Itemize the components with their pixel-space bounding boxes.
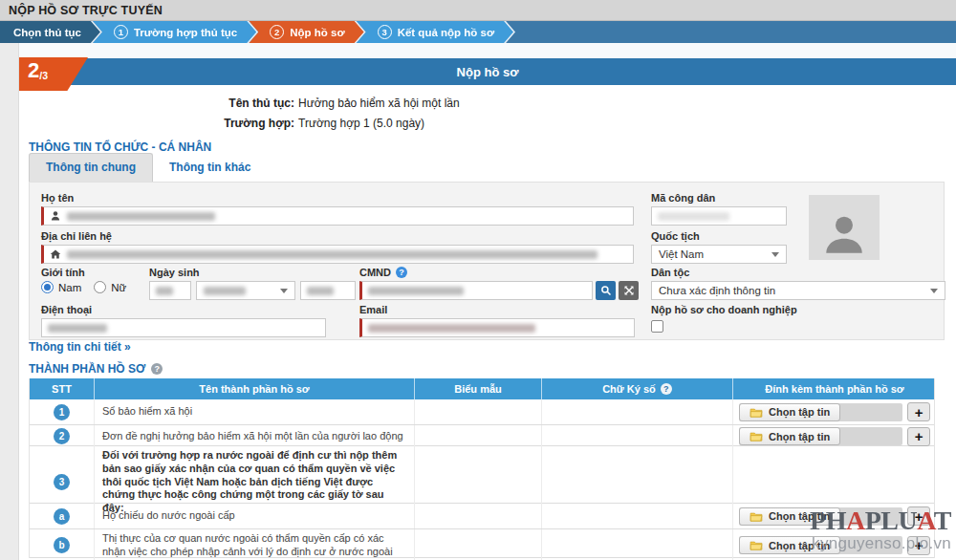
quoc-tich-select[interactable]: Việt Nam [651, 245, 787, 264]
attach-cell: Chọn tập tin + [732, 504, 936, 528]
step-total: /3 [39, 70, 48, 81]
left-gutter [0, 43, 19, 560]
stt-badge: 3 [54, 474, 70, 490]
chevron-down-icon [280, 289, 288, 293]
ma-cong-dan-input[interactable] [651, 206, 787, 226]
file-track: Chọn tập tin [739, 536, 902, 554]
components-table: STT Tên thành phần hồ sơ Biểu mẫu Chữ Ký… [29, 378, 935, 558]
month-select[interactable] [196, 281, 295, 300]
home-icon [50, 248, 61, 260]
day-input[interactable] [149, 281, 191, 300]
step-ket-qua-nop-ho-so[interactable]: 3 Kết quả nộp hồ sơ [357, 21, 513, 43]
add-file-button[interactable]: + [907, 536, 930, 555]
year-input[interactable] [300, 281, 356, 300]
stt-badge: a [54, 508, 70, 525]
choose-file-button[interactable]: Chọn tập tin [739, 507, 840, 526]
step-label: Kết quả nộp hồ sơ [398, 27, 494, 38]
org-info-tabs: Thông tin chung Thông tin khác [29, 155, 267, 182]
radio-nu[interactable] [94, 281, 106, 293]
radio-nam-label: Nam [58, 282, 81, 293]
procedure-name-value: Hưởng bảo hiểm xã hội một lần [298, 97, 460, 110]
step-label: Nộp hồ sơ [290, 27, 344, 38]
procedure-name-label: Tên thủ tục: [19, 97, 294, 110]
redacted-value [204, 287, 246, 295]
redacted-value [67, 250, 598, 259]
file-track: Chọn tập tin [739, 427, 902, 445]
dan-toc-value: Chưa xác định thông tin [659, 285, 775, 296]
help-icon[interactable] [151, 363, 163, 375]
table-row: a Hộ chiếu do nước ngoài cấp Chọn tập ti… [30, 504, 934, 529]
redacted-value [368, 324, 535, 333]
bieu-mau-cell [414, 504, 541, 528]
dien-thoai-input[interactable] [41, 318, 326, 337]
step-label: Trường hợp thủ tục [134, 27, 237, 38]
help-icon[interactable] [396, 267, 407, 278]
step-number-badge: 2 [270, 25, 284, 39]
redacted-value [67, 212, 215, 221]
dia-chi-input[interactable] [41, 245, 634, 264]
tab-thong-tin-khac[interactable]: Thông tin khác [153, 154, 267, 182]
field-dia-chi: Địa chỉ liên hệ [41, 230, 634, 264]
table-header-row: STT Tên thành phần hồ sơ Biểu mẫu Chữ Ký… [30, 378, 934, 399]
search-button[interactable] [596, 281, 616, 300]
section-title: Nộp hồ sơ [457, 65, 519, 79]
component-name: Hộ chiếu do nước ngoài cấp [94, 504, 414, 528]
field-ngay-sinh: Ngày sinh [149, 267, 356, 300]
person-icon [50, 210, 61, 222]
add-file-button[interactable]: + [907, 427, 930, 446]
attach-cell: Chọn tập tin + [732, 399, 936, 424]
expand-button[interactable] [619, 281, 639, 300]
header-stt: STT [30, 378, 94, 399]
cmnd-input[interactable] [359, 281, 593, 300]
choose-file-button[interactable]: Chọn tập tin [739, 536, 840, 554]
redacted-value [156, 287, 173, 295]
top-band [19, 43, 956, 58]
field-gioi-tinh: Giới tính Nam Nữ [41, 267, 134, 293]
step-number-badge: 3 [378, 25, 392, 39]
doanh-nghiep-checkbox[interactable] [651, 320, 663, 333]
org-info-heading: THÔNG TIN TỔ CHỨC - CÁ NHÂN [29, 140, 211, 154]
redacted-value [368, 287, 464, 295]
chevron-down-icon [930, 289, 938, 293]
bieu-mau-cell [414, 425, 541, 447]
radio-nam[interactable] [41, 281, 54, 293]
chu-ky-so-cell [541, 504, 732, 528]
table-row: 3 Đối với trường hợp ra nước ngoài để đị… [30, 446, 934, 504]
choose-file-button[interactable]: Chọn tập tin [739, 427, 840, 445]
step-chon-thu-tuc[interactable]: Chọn thủ tục [0, 21, 100, 43]
field-ho-ten: Họ tên [41, 192, 634, 226]
stt-badge: b [54, 537, 70, 553]
doanh-nghiep-label: Nộp hồ sơ cho doanh nghiệp [651, 304, 797, 315]
component-name: Đơn đề nghị hưởng bảo hiểm xã hội một lầ… [94, 425, 414, 447]
general-info-panel: Họ tên Mã công dân Địa chỉ liên hệ Quốc … [29, 182, 945, 340]
step-nop-ho-so-active[interactable]: 2 Nộp hồ sơ [249, 21, 363, 43]
add-file-button[interactable]: + [907, 402, 930, 421]
dia-chi-label: Địa chỉ liên hệ [41, 230, 634, 242]
redacted-value [307, 287, 334, 295]
add-file-button[interactable]: + [907, 506, 930, 526]
ho-ten-input[interactable] [41, 206, 634, 226]
field-cmnd: CMND [359, 267, 639, 300]
radio-nu-label: Nữ [111, 282, 126, 293]
field-ma-cong-dan: Mã công dân [651, 192, 787, 226]
chu-ky-so-cell [541, 425, 732, 447]
procedure-case-value: Trường hợp 1 (5.0 ngày) [298, 117, 460, 130]
chu-ky-so-cell [541, 399, 732, 424]
choose-file-button[interactable]: Chọn tập tin [739, 403, 840, 421]
field-quoc-tich: Quốc tịch Việt Nam [651, 230, 787, 264]
email-input[interactable] [359, 318, 635, 337]
header-dinh-kem: Đính kèm thành phần hồ sơ [732, 378, 936, 399]
components-heading-text: THÀNH PHẦN HỒ SƠ [29, 362, 145, 376]
step-current: 2 [28, 60, 39, 81]
page-title: NỘP HỒ SƠ TRỰC TUYẾN [9, 4, 163, 17]
details-link[interactable]: Thông tin chi tiết » [29, 340, 131, 354]
section-header-bar: 2 /3 Nộp hồ sơ [19, 58, 956, 85]
field-doanh-nghiep: Nộp hồ sơ cho doanh nghiệp [651, 304, 797, 336]
arrows-expand-icon [623, 285, 635, 296]
dan-toc-select[interactable]: Chưa xác định thông tin [651, 281, 945, 300]
ma-cong-dan-label: Mã công dân [651, 192, 787, 204]
tab-thong-tin-chung[interactable]: Thông tin chung [29, 153, 153, 182]
step-truong-hop-thu-tuc[interactable]: 1 Trường hợp thủ tục [93, 21, 256, 43]
component-name: Thị thực của cơ quan nước ngoài có thẩm … [94, 529, 414, 560]
help-icon[interactable] [661, 383, 672, 395]
